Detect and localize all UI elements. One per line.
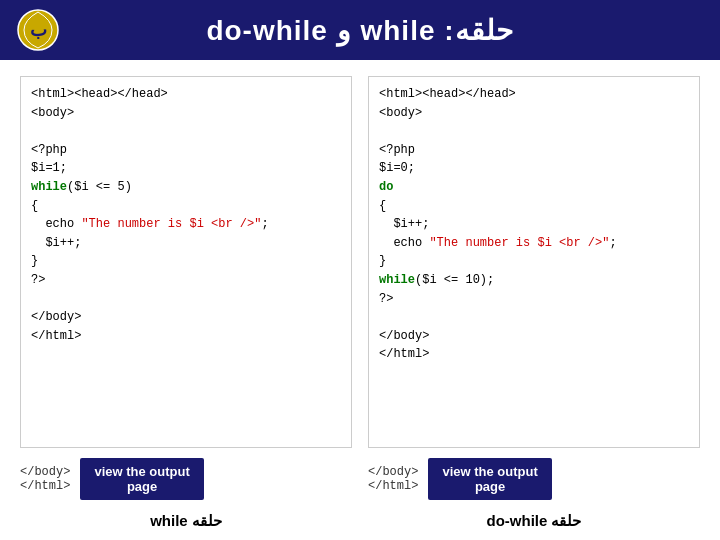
left-btn-row: </body></html> view the outputpage	[20, 458, 352, 500]
right-btn-row: </body></html> view the outputpage	[368, 458, 700, 500]
right-closing-tags: </body></html>	[368, 465, 418, 493]
right-panel: <html><head></head> <body> <?php $i=0; d…	[368, 76, 700, 530]
left-view-output-button[interactable]: view the outputpage	[80, 458, 203, 500]
right-code-box: <html><head></head> <body> <?php $i=0; d…	[368, 76, 700, 448]
right-view-output-button[interactable]: view the outputpage	[428, 458, 551, 500]
left-code: <html><head></head> <body> <?php $i=1; w…	[31, 85, 341, 345]
right-label: حلقه do-while	[368, 512, 700, 530]
left-code-box: <html><head></head> <body> <?php $i=1; w…	[20, 76, 352, 448]
logo-icon: ب	[16, 8, 60, 52]
svg-text:ب: ب	[30, 20, 47, 40]
left-panel: <html><head></head> <body> <?php $i=1; w…	[20, 76, 352, 530]
header: ب حلقه: while و do-while	[0, 0, 720, 60]
main-content: <html><head></head> <body> <?php $i=1; w…	[0, 60, 720, 540]
right-code: <html><head></head> <body> <?php $i=0; d…	[379, 85, 689, 364]
header-title: حلقه: while و do-while	[206, 14, 513, 47]
left-closing-tags: </body></html>	[20, 465, 70, 493]
left-label: حلقه while	[20, 512, 352, 530]
